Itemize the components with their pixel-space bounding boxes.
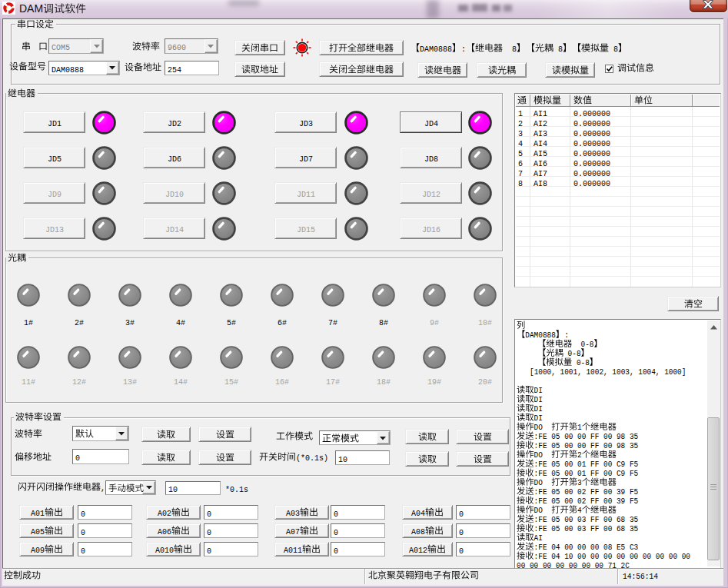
- svg-text:0: 0: [81, 527, 85, 537]
- svg-text:A05: A05: [31, 527, 45, 537]
- svg-text:3#: 3#: [125, 318, 135, 327]
- svg-text:JD2: JD2: [168, 118, 181, 128]
- svg-text:0.000000: 0.000000: [573, 119, 610, 128]
- svg-text:1#: 1#: [24, 318, 33, 327]
- svg-text:0.000000: 0.000000: [573, 149, 610, 158]
- svg-text:0: 0: [334, 527, 338, 537]
- svg-text:0: 0: [459, 527, 464, 537]
- svg-text:JD9: JD9: [48, 189, 61, 198]
- svg-text:0: 0: [81, 509, 85, 518]
- svg-text:(*0.1s): (*0.1s): [296, 453, 328, 463]
- svg-text::: :: [461, 45, 466, 54]
- svg-text:DAM0888: DAM0888: [52, 65, 84, 74]
- svg-text:JD14: JD14: [165, 224, 184, 234]
- svg-text:0.000000: 0.000000: [573, 109, 610, 118]
- svg-text:7#: 7#: [328, 318, 337, 327]
- svg-text:A09: A09: [31, 546, 45, 555]
- svg-text:AI8: AI8: [534, 179, 547, 188]
- svg-text:19#: 19#: [427, 377, 441, 387]
- svg-text:JD16: JD16: [422, 224, 440, 234]
- svg-text:0.000000: 0.000000: [573, 129, 610, 138]
- svg-text:JD12: JD12: [422, 189, 440, 198]
- svg-text:6: 6: [518, 159, 523, 168]
- svg-text:JD8: JD8: [424, 154, 438, 163]
- svg-text:A07: A07: [286, 527, 300, 537]
- svg-text:JD15: JD15: [297, 224, 315, 234]
- svg-text:0: 0: [207, 509, 211, 518]
- svg-text:0: 0: [334, 546, 338, 555]
- svg-text:254: 254: [168, 65, 181, 74]
- svg-text:*0.1s: *0.1s: [225, 485, 248, 494]
- svg-text:0: 0: [75, 453, 80, 463]
- svg-text:9#: 9#: [430, 318, 439, 327]
- svg-text:4#: 4#: [176, 318, 185, 327]
- svg-text:0: 0: [207, 527, 211, 537]
- svg-text:20#: 20#: [478, 377, 492, 387]
- svg-text:8#: 8#: [379, 318, 388, 327]
- svg-text:A010: A010: [155, 546, 174, 555]
- svg-text:[1000, 1001, 1002, 1003, 1004,: [1000, 1001, 1002, 1003, 1004, 1000]: [530, 367, 686, 377]
- svg-text:2: 2: [518, 119, 523, 128]
- svg-text:8: 8: [613, 45, 618, 54]
- svg-text:DAM0888: DAM0888: [420, 45, 452, 54]
- svg-text:0.000000: 0.000000: [573, 139, 610, 148]
- svg-text:JD7: JD7: [299, 154, 313, 163]
- svg-text:JD5: JD5: [48, 154, 61, 163]
- svg-text:5#: 5#: [227, 318, 236, 327]
- svg-text:AI2: AI2: [534, 119, 547, 128]
- svg-text:JD13: JD13: [45, 224, 64, 234]
- svg-text:A06: A06: [158, 527, 171, 537]
- svg-text:AI6: AI6: [534, 159, 547, 168]
- svg-text:0.000000: 0.000000: [573, 169, 610, 178]
- svg-text:DAM: DAM: [19, 2, 43, 15]
- svg-text:7: 7: [518, 169, 523, 178]
- svg-text:0: 0: [207, 546, 211, 555]
- svg-text:0.000000: 0.000000: [573, 179, 610, 188]
- svg-text:12#: 12#: [72, 377, 86, 387]
- svg-text:AI3: AI3: [534, 129, 547, 138]
- svg-text:AI7: AI7: [534, 169, 547, 178]
- svg-text:8: 8: [512, 45, 517, 54]
- svg-text:AI4: AI4: [534, 139, 547, 148]
- svg-text:14#: 14#: [174, 377, 188, 387]
- svg-text:0: 0: [459, 509, 464, 518]
- svg-text:COM5: COM5: [52, 43, 70, 52]
- svg-text:0: 0: [334, 509, 338, 518]
- svg-text:JD4: JD4: [424, 118, 438, 128]
- svg-text:A02: A02: [158, 509, 171, 518]
- svg-text:11#: 11#: [22, 377, 35, 387]
- svg-text:15#: 15#: [224, 377, 238, 387]
- svg-text:0: 0: [459, 546, 464, 555]
- svg-text:0.000000: 0.000000: [573, 159, 610, 168]
- svg-text:16#: 16#: [275, 377, 289, 387]
- svg-text:5: 5: [518, 149, 523, 158]
- svg-text:AI1: AI1: [534, 109, 547, 118]
- svg-text:9600: 9600: [168, 43, 186, 52]
- svg-text:10: 10: [168, 485, 178, 494]
- svg-text::FE 05 00 03 FF 00 68 35: :FE 05 00 03 FF 00 68 35: [534, 524, 639, 533]
- svg-text:2#: 2#: [75, 318, 84, 327]
- svg-text:8: 8: [558, 45, 563, 54]
- svg-text:10: 10: [338, 454, 347, 463]
- svg-text:AI5: AI5: [534, 149, 547, 158]
- svg-text:A011: A011: [284, 546, 302, 555]
- svg-text:JD1: JD1: [48, 118, 61, 128]
- svg-text:JD3: JD3: [299, 118, 313, 128]
- svg-text:JD11: JD11: [297, 189, 315, 198]
- svg-text:A01: A01: [31, 509, 45, 518]
- svg-text:8: 8: [518, 179, 523, 188]
- svg-text:13#: 13#: [123, 377, 137, 387]
- svg-text:6#: 6#: [278, 318, 287, 327]
- svg-text:A012: A012: [409, 546, 427, 555]
- svg-text:18#: 18#: [377, 377, 391, 387]
- svg-text:A03: A03: [286, 509, 300, 518]
- svg-text:10#: 10#: [478, 318, 492, 327]
- svg-text:14:56:14: 14:56:14: [623, 572, 658, 581]
- svg-text:A08: A08: [411, 527, 425, 537]
- svg-text:1: 1: [518, 109, 523, 118]
- svg-text:0: 0: [81, 546, 85, 555]
- svg-text:A04: A04: [411, 509, 425, 518]
- svg-text:4: 4: [518, 139, 523, 148]
- svg-text:JD6: JD6: [168, 154, 181, 163]
- svg-text:3: 3: [518, 129, 523, 138]
